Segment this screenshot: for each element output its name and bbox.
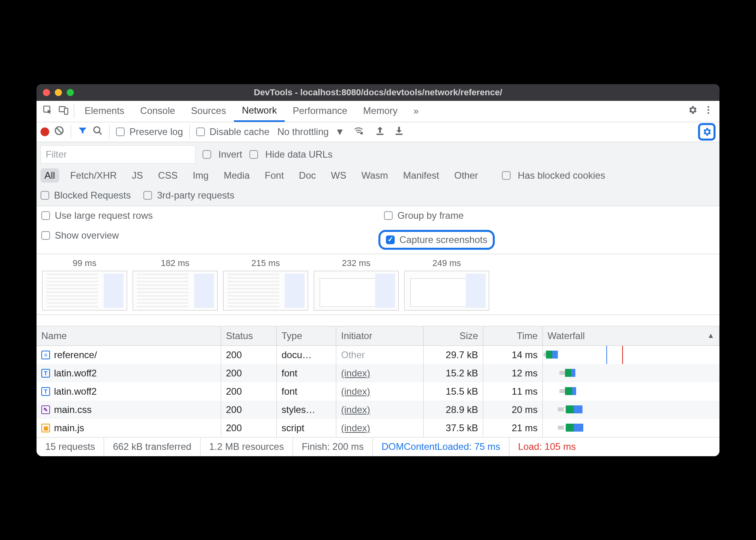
third-party-checkbox[interactable]: [143, 191, 152, 200]
cell-initiator: (index): [336, 401, 424, 419]
cell-time: 21 ms: [483, 419, 543, 437]
cell-initiator: (index): [336, 419, 424, 437]
screenshot-time-label: 182 ms: [161, 258, 189, 268]
network-conditions-icon[interactable]: [353, 125, 364, 138]
svg-point-5: [708, 112, 709, 114]
large-rows-checkbox[interactable]: [41, 211, 50, 220]
large-rows-label: Use large request rows: [55, 210, 153, 221]
table-row[interactable]: ▣main.js200script(index)37.5 kB21 ms: [37, 419, 719, 437]
filter-input[interactable]: Filter: [40, 145, 195, 164]
tab-sources[interactable]: Sources: [183, 100, 234, 122]
cell-size: 29.7 kB: [424, 346, 483, 364]
filmstrip-gap: [37, 315, 719, 326]
filter-type-css[interactable]: CSS: [154, 168, 181, 183]
filter-type-js[interactable]: JS: [128, 168, 147, 183]
filter-icon[interactable]: [77, 125, 88, 138]
chevron-down-icon: ▼: [335, 126, 345, 137]
group-by-frame-checkbox[interactable]: [384, 211, 393, 220]
cell-initiator: Other: [336, 346, 424, 364]
show-overview-checkbox[interactable]: [41, 231, 50, 240]
filter-bar-row3: Blocked Requests 3rd-party requests: [37, 187, 719, 206]
filter-type-ws[interactable]: WS: [327, 168, 351, 183]
inspect-icon[interactable]: [40, 105, 56, 118]
search-icon[interactable]: [93, 125, 103, 138]
initiator-link[interactable]: (index): [341, 368, 370, 379]
th-type[interactable]: Type: [277, 326, 336, 345]
filter-type-fetch-xhr[interactable]: Fetch/XHR: [66, 168, 121, 183]
initiator-link[interactable]: (index): [341, 386, 370, 397]
gear-icon[interactable]: [685, 105, 700, 118]
divider: [71, 125, 71, 139]
filter-bar: Filter Invert Hide data URLs: [37, 142, 719, 164]
filter-type-other[interactable]: Other: [450, 168, 482, 183]
filter-type-doc[interactable]: Doc: [295, 168, 320, 183]
initiator-link[interactable]: (index): [341, 404, 370, 415]
minimize-window-button[interactable]: [55, 89, 62, 96]
filter-type-media[interactable]: Media: [220, 168, 253, 183]
th-waterfall[interactable]: Waterfall ▲: [543, 326, 719, 345]
table-row[interactable]: Tlatin.woff2200font(index)15.2 kB12 ms: [37, 364, 719, 382]
screenshot-time-label: 232 ms: [342, 258, 370, 268]
disable-cache-checkbox[interactable]: [196, 127, 205, 136]
th-size[interactable]: Size: [424, 326, 483, 345]
cell-status: 200: [221, 346, 277, 364]
screenshot-thumb: [223, 271, 308, 310]
invert-label: Invert: [218, 149, 242, 160]
screenshot-time-label: 99 ms: [73, 258, 96, 268]
screenshot-0[interactable]: 99 ms: [42, 258, 127, 310]
disable-cache-label: Disable cache: [210, 126, 270, 137]
svg-point-3: [708, 106, 709, 108]
preserve-log-checkbox[interactable]: [116, 127, 125, 136]
screenshot-thumb: [42, 271, 127, 310]
initiator-link[interactable]: (index): [341, 422, 370, 434]
th-name[interactable]: Name: [37, 326, 221, 345]
maximize-window-button[interactable]: [67, 89, 74, 96]
sort-indicator-icon: ▲: [707, 332, 714, 340]
th-status[interactable]: Status: [221, 326, 277, 345]
upload-har-icon[interactable]: [375, 125, 385, 138]
screenshot-1[interactable]: 182 ms: [133, 258, 218, 310]
kebab-menu-icon[interactable]: [700, 105, 716, 118]
capture-screenshots-checkbox[interactable]: [386, 235, 395, 244]
capture-screenshots-label: Capture screenshots: [399, 234, 487, 245]
throttling-select[interactable]: No throttling ▼: [277, 126, 344, 137]
has-blocked-cookies-label: Has blocked cookies: [518, 170, 605, 181]
tab-performance[interactable]: Performance: [285, 100, 355, 122]
table-row[interactable]: ✎main.css200styles…(index)28.9 kB20 ms: [37, 401, 719, 419]
has-blocked-cookies-checkbox[interactable]: [502, 171, 511, 180]
record-button[interactable]: [40, 127, 49, 136]
th-initiator[interactable]: Initiator: [336, 326, 424, 345]
th-time[interactable]: Time: [483, 326, 543, 345]
blocked-requests-checkbox[interactable]: [40, 191, 49, 200]
svg-point-8: [360, 132, 363, 135]
table-row[interactable]: ≡reference/200docu…Other29.7 kB14 ms: [37, 346, 719, 364]
resource-type-filters: AllFetch/XHRJSCSSImgMediaFontDocWSWasmMa…: [37, 164, 719, 187]
tab-console[interactable]: Console: [132, 100, 183, 122]
cell-type: docu…: [277, 346, 336, 364]
close-window-button[interactable]: [43, 89, 50, 96]
network-settings-button[interactable]: [698, 123, 716, 141]
tab-memory[interactable]: Memory: [355, 100, 406, 122]
screenshot-3[interactable]: 232 ms: [314, 258, 399, 310]
clear-icon[interactable]: [54, 125, 64, 138]
preserve-log-label: Preserve log: [129, 126, 183, 137]
filter-type-manifest[interactable]: Manifest: [399, 168, 443, 183]
table-row[interactable]: Tlatin.woff2200font(index)15.5 kB11 ms: [37, 382, 719, 401]
screenshot-time-label: 249 ms: [432, 258, 461, 268]
screenshot-4[interactable]: 249 ms: [404, 258, 489, 310]
invert-checkbox[interactable]: [202, 150, 211, 159]
filter-type-font[interactable]: Font: [261, 168, 288, 183]
cell-waterfall: [543, 419, 719, 437]
more-tabs-button[interactable]: »: [405, 101, 426, 122]
download-har-icon[interactable]: [394, 125, 404, 138]
screenshot-2[interactable]: 215 ms: [223, 258, 308, 310]
filter-type-wasm[interactable]: Wasm: [357, 168, 392, 183]
tab-network[interactable]: Network: [234, 100, 285, 122]
hide-data-urls-checkbox[interactable]: [249, 150, 258, 159]
tab-elements[interactable]: Elements: [77, 100, 132, 122]
cell-time: 20 ms: [483, 401, 543, 419]
js-file-icon: ▣: [41, 424, 50, 432]
filter-type-all[interactable]: All: [40, 168, 59, 183]
device-toggle-icon[interactable]: [56, 105, 71, 118]
filter-type-img[interactable]: Img: [189, 168, 212, 183]
